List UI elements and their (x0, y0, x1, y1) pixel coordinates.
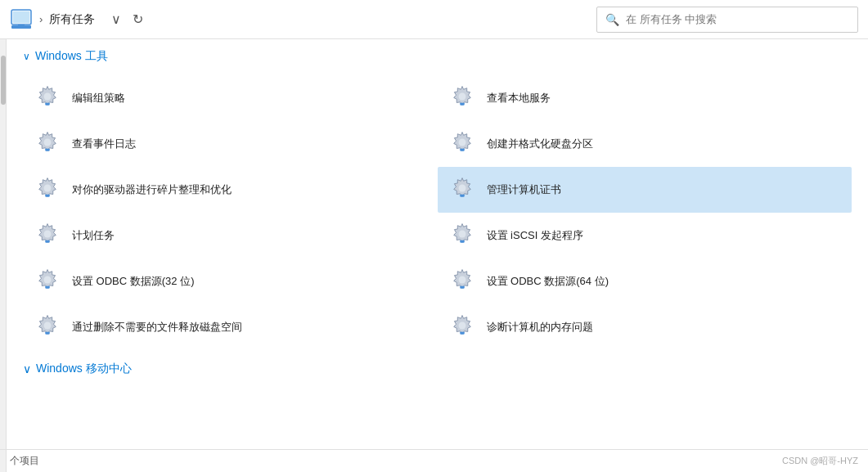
svg-point-49 (458, 322, 465, 330)
item-label: 创建并格式化硬盘分区 (487, 137, 593, 151)
gear-icon (34, 83, 64, 113)
list-item[interactable]: 计划任务 (23, 213, 438, 258)
gear-icon (34, 221, 64, 250)
list-item[interactable]: 设置 iSCSI 发起程序 (438, 213, 852, 258)
items-grid: 编辑组策略 查看本地服务 查看事件日志 (23, 75, 852, 350)
item-label: 诊断计算机的内存问题 (487, 320, 593, 335)
svg-rect-3 (18, 25, 25, 26)
list-item[interactable]: 诊断计算机的内存问题 (438, 304, 852, 350)
svg-point-29 (44, 231, 52, 238)
list-item[interactable]: 通过删除不需要的文件释放磁盘空间 (23, 304, 438, 350)
svg-point-17 (458, 139, 465, 146)
search-icon: 🔍 (605, 13, 619, 26)
item-label: 通过删除不需要的文件释放磁盘空间 (72, 320, 242, 335)
breadcrumb-controls: ∨ ↻ (111, 11, 143, 27)
svg-rect-43 (459, 286, 464, 288)
list-item[interactable]: 编辑组策略 (23, 75, 438, 121)
section-header-windows-tools[interactable]: ∨ Windows 工具 (23, 49, 852, 64)
bottom-bar: 个项目 (0, 449, 868, 472)
svg-rect-15 (45, 149, 50, 151)
gear-icon (34, 129, 64, 159)
svg-rect-47 (45, 332, 50, 334)
refresh-icon[interactable]: ↻ (133, 11, 143, 27)
item-label: 查看本地服务 (487, 91, 551, 106)
item-label: 编辑组策略 (72, 91, 125, 106)
section-title: Windows 工具 (35, 49, 108, 64)
svg-rect-11 (459, 103, 464, 105)
gear-icon (449, 312, 479, 342)
item-label: 设置 ODBC 数据源(32 位) (72, 274, 195, 289)
svg-rect-39 (45, 286, 50, 288)
gear-icon (34, 312, 64, 342)
svg-rect-7 (45, 103, 50, 105)
item-label: 设置 ODBC 数据源(64 位) (487, 274, 609, 289)
app-icon (10, 8, 33, 31)
gear-icon (449, 83, 479, 113)
breadcrumb-text: 所有任务 (49, 12, 95, 27)
list-item[interactable]: 管理计算机证书 (438, 167, 852, 213)
status-text: 个项目 (10, 454, 39, 468)
main-container: ∨ Windows 工具 编辑组策略 查看本地服务 (0, 39, 868, 472)
item-label: 管理计算机证书 (487, 182, 561, 197)
list-item[interactable]: 设置 ODBC 数据源(64 位) (438, 258, 852, 304)
svg-point-45 (44, 322, 52, 330)
gear-icon (449, 175, 479, 205)
item-label: 计划任务 (72, 228, 115, 243)
svg-rect-51 (459, 332, 464, 334)
section-footer-label: Windows 移动中心 (36, 362, 132, 376)
svg-point-41 (458, 276, 465, 284)
section-footer-windows-mobile[interactable]: ∨ Windows 移动中心 (23, 362, 852, 376)
svg-point-5 (44, 93, 52, 101)
csdn-watermark: CSDN @昭哥-HYZ (782, 455, 858, 467)
gear-icon (34, 267, 64, 296)
item-label: 设置 iSCSI 发起程序 (487, 228, 583, 243)
svg-rect-27 (459, 195, 464, 196)
svg-rect-19 (459, 149, 464, 151)
search-bar[interactable]: 🔍 (596, 7, 858, 33)
chevron-icon-footer: ∨ (23, 362, 31, 375)
svg-point-33 (458, 231, 465, 238)
gear-icon (449, 221, 479, 250)
svg-point-37 (44, 276, 52, 284)
svg-point-25 (458, 185, 465, 192)
svg-point-9 (458, 93, 465, 101)
top-bar: › 所有任务 ∨ ↻ 🔍 (0, 0, 868, 39)
gear-icon (34, 175, 64, 205)
svg-rect-35 (459, 240, 464, 242)
svg-rect-1 (13, 11, 29, 23)
list-item[interactable]: 查看本地服务 (438, 75, 852, 121)
list-item[interactable]: 对你的驱动器进行碎片整理和优化 (23, 167, 438, 213)
svg-point-13 (44, 139, 52, 146)
search-input[interactable] (626, 13, 849, 25)
left-rail (0, 39, 7, 472)
item-label: 对你的驱动器进行碎片整理和优化 (72, 182, 232, 197)
gear-icon (449, 129, 479, 159)
item-label: 查看事件日志 (72, 137, 136, 151)
gear-icon (449, 267, 479, 296)
list-item[interactable]: 创建并格式化硬盘分区 (438, 121, 852, 167)
chevron-icon: ∨ (23, 51, 30, 62)
svg-rect-31 (45, 240, 50, 242)
list-item[interactable]: 查看事件日志 (23, 121, 438, 167)
content-area: ∨ Windows 工具 编辑组策略 查看本地服务 (7, 39, 868, 472)
dropdown-icon[interactable]: ∨ (111, 11, 121, 27)
scrollbar-thumb[interactable] (1, 56, 6, 105)
svg-rect-23 (45, 195, 50, 196)
list-item[interactable]: 设置 ODBC 数据源(32 位) (23, 258, 438, 304)
breadcrumb-sep: › (39, 13, 43, 25)
breadcrumb-area: › 所有任务 ∨ ↻ (10, 8, 590, 31)
svg-point-21 (44, 185, 52, 192)
